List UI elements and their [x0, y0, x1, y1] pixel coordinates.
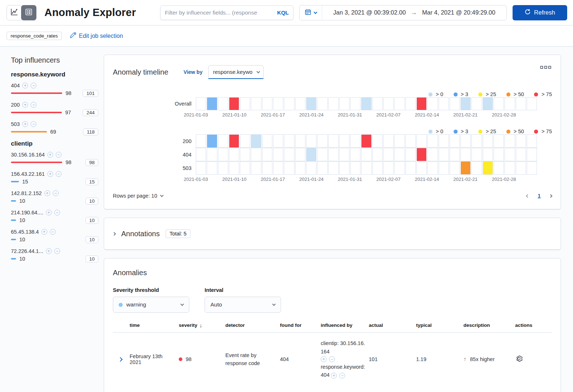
swimlane-cell[interactable] [450, 161, 460, 175]
swimlane-cell[interactable] [383, 134, 394, 148]
swimlane-cell[interactable] [240, 161, 250, 175]
remove-filter-icon[interactable]: − [54, 210, 60, 215]
swimlane-cell[interactable] [406, 97, 416, 110]
swimlane-cell[interactable] [516, 134, 526, 148]
swimlane-cell[interactable] [229, 97, 239, 110]
swimlane-cell[interactable] [284, 148, 294, 161]
swimlane-cell[interactable] [439, 97, 449, 110]
remove-filter-icon[interactable]: − [31, 83, 36, 88]
swimlane-cell[interactable] [273, 148, 283, 161]
add-filter-icon[interactable]: + [321, 356, 327, 362]
next-page-icon[interactable] [549, 194, 553, 198]
remove-filter-icon[interactable]: − [53, 190, 59, 196]
swimlane-cell[interactable] [427, 97, 438, 110]
swimlane-cell[interactable] [361, 134, 371, 148]
swimlane-cell[interactable] [317, 148, 327, 161]
swimlane-cell[interactable] [218, 148, 228, 161]
swimlane-cell[interactable] [483, 134, 493, 148]
single-metric-viewer-button[interactable] [7, 5, 22, 20]
swimlane-cell[interactable] [284, 97, 294, 110]
swimlane-cell[interactable] [240, 134, 250, 148]
swimlane-cell[interactable] [461, 148, 471, 161]
swimlane-cell[interactable] [306, 148, 316, 161]
swimlane-cell[interactable] [439, 161, 449, 175]
swimlane-cell[interactable] [251, 161, 261, 175]
add-filter-icon[interactable]: + [47, 171, 53, 177]
swimlane-cell[interactable] [339, 97, 349, 110]
swimlane-cell[interactable] [394, 134, 404, 148]
swimlane-cell[interactable] [406, 134, 416, 148]
swimlane-cell[interactable] [262, 148, 272, 161]
swimlane-cell[interactable] [240, 97, 250, 110]
swimlane-cell[interactable] [196, 161, 206, 175]
swimlane-cell[interactable] [450, 97, 460, 110]
swimlane-cell[interactable] [372, 134, 383, 148]
swimlane-cell[interactable] [295, 161, 305, 175]
view-by-select[interactable]: response.keyword [208, 65, 264, 79]
previous-page-icon[interactable] [526, 194, 529, 198]
add-filter-icon[interactable]: + [22, 102, 28, 108]
swimlane-cell[interactable] [328, 161, 339, 175]
add-filter-icon[interactable]: + [46, 210, 52, 215]
add-filter-icon[interactable]: + [22, 121, 28, 127]
add-filter-icon[interactable]: + [42, 229, 47, 235]
swimlane-cell[interactable] [196, 134, 206, 148]
swimlane-cell[interactable] [350, 134, 360, 148]
swimlane-cell[interactable] [251, 97, 261, 110]
swimlane-cell[interactable] [350, 97, 360, 110]
swimlane-cell[interactable] [196, 97, 206, 110]
panel-options-icon[interactable] [540, 66, 551, 69]
add-filter-icon[interactable]: + [44, 190, 50, 196]
swimlane-cell[interactable] [229, 134, 239, 148]
swimlane-cell[interactable] [361, 148, 371, 161]
add-filter-icon[interactable]: + [22, 83, 28, 88]
remove-filter-icon[interactable]: − [50, 229, 56, 235]
swimlane-cell[interactable] [450, 148, 460, 161]
swimlane-cell[interactable] [483, 148, 493, 161]
swimlane-cell[interactable] [295, 148, 305, 161]
end-date-button[interactable]: Mar 4, 2021 @ 20:49:29.00 [422, 9, 495, 16]
swimlane-cell[interactable] [273, 97, 283, 110]
swimlane-cell[interactable] [251, 134, 261, 148]
add-filter-icon[interactable]: + [331, 373, 337, 379]
remove-filter-icon[interactable]: − [56, 171, 62, 177]
expand-row-icon[interactable] [118, 357, 123, 362]
remove-filter-icon[interactable]: − [56, 152, 62, 158]
swimlane-cell[interactable] [527, 134, 537, 148]
swimlane-cell[interactable] [416, 161, 427, 175]
swimlane-cell[interactable] [317, 97, 327, 110]
swimlane-cell[interactable] [372, 148, 383, 161]
swimlane-cell[interactable] [516, 148, 526, 161]
swimlane-cell[interactable] [527, 97, 537, 110]
column-header-severity[interactable]: severity↓ [177, 322, 223, 332]
swimlane-cell[interactable] [471, 97, 482, 110]
edit-job-selection-link[interactable]: Edit job selection [70, 32, 123, 40]
remove-filter-icon[interactable]: − [339, 373, 345, 379]
swimlane-cell[interactable] [394, 148, 404, 161]
swimlane-cell[interactable] [350, 161, 360, 175]
swimlane-cell[interactable] [494, 161, 504, 175]
remove-filter-icon[interactable]: − [31, 102, 36, 108]
swimlane-cell[interactable] [372, 161, 383, 175]
swimlane-cell[interactable] [229, 148, 239, 161]
swimlane-cell[interactable] [262, 97, 272, 110]
swimlane-cell[interactable] [361, 161, 371, 175]
swimlane-cell[interactable] [516, 161, 526, 175]
swimlane-cell[interactable] [207, 148, 217, 161]
swimlane-cell[interactable] [494, 134, 504, 148]
swimlane-cell[interactable] [439, 148, 449, 161]
swimlane-cell[interactable] [461, 161, 471, 175]
swimlane-cell[interactable] [471, 148, 482, 161]
swimlane-cell[interactable] [207, 161, 217, 175]
swimlane-cell[interactable] [284, 161, 294, 175]
swimlane-cell[interactable] [483, 97, 493, 110]
swimlane-cell[interactable] [505, 97, 515, 110]
swimlane-cell[interactable] [505, 161, 515, 175]
swimlane-cell[interactable] [328, 97, 339, 110]
swimlane-cell[interactable] [527, 148, 537, 161]
swimlane-cell[interactable] [505, 148, 515, 161]
swimlane-cell[interactable] [339, 134, 349, 148]
swimlane-cell[interactable] [328, 134, 339, 148]
swimlane-cell[interactable] [339, 148, 349, 161]
swimlane-cell[interactable] [207, 134, 217, 148]
